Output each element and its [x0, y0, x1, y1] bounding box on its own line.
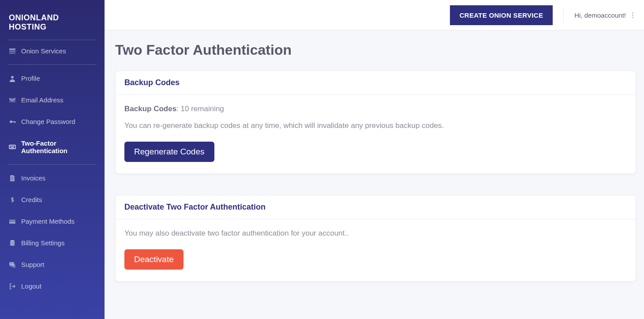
divider [8, 64, 97, 65]
sidebar-item-two-factor[interactable]: Two-Factor Authentication [0, 132, 105, 161]
sidebar-item-support[interactable]: Support [0, 254, 105, 275]
page-title: Two Factor Authentication [115, 42, 636, 58]
user-icon [9, 75, 16, 82]
sidebar-item-label: Email Address [21, 96, 64, 104]
dollar-icon [9, 196, 16, 203]
sidebar-item-credits[interactable]: Credits [0, 189, 105, 210]
deactivate-help: You may also deactivate two factor authe… [124, 229, 627, 238]
sidebar-item-label: Invoices [21, 174, 45, 182]
card-title: Backup Codes [124, 78, 627, 87]
backup-codes-help: You can re-generate backup codes at any … [124, 121, 627, 130]
backup-codes-card: Backup Codes Backup Codes: 10 remaining … [115, 71, 636, 174]
svg-rect-14 [11, 179, 14, 179]
sidebar-item-profile[interactable]: Profile [0, 68, 105, 89]
svg-rect-9 [11, 146, 12, 147]
content-area: Two Factor Authentication Backup Codes B… [105, 30, 644, 316]
regenerate-codes-button[interactable]: Regenerate Codes [124, 142, 214, 162]
keyboard-icon [9, 143, 16, 150]
svg-rect-0 [9, 49, 15, 50]
sidebar-item-onion-services[interactable]: Onion Services [0, 40, 105, 62]
sidebar-item-label: Billing Settings [21, 239, 64, 247]
main-region: CREATE ONION SERVICE Hi, demoaccount! Tw… [105, 0, 644, 319]
svg-rect-11 [14, 146, 15, 147]
svg-rect-7 [9, 145, 15, 149]
sidebar-item-invoices[interactable]: Invoices [0, 167, 105, 189]
sidebar-item-label: Credits [21, 196, 42, 203]
sidebar-item-label: Payment Methods [21, 218, 75, 225]
email-icon [9, 97, 16, 104]
backup-codes-count: : 10 remaining [176, 105, 224, 113]
sidebar-item-label: Logout [21, 282, 41, 290]
layers-icon [9, 48, 16, 55]
svg-rect-15 [9, 220, 15, 224]
sidebar-item-label: Two-Factor Authentication [21, 139, 96, 154]
sidebar-item-billing-settings[interactable]: Billing Settings [0, 232, 105, 254]
svg-rect-17 [10, 240, 15, 246]
topbar: CREATE ONION SERVICE Hi, demoaccount! [105, 0, 644, 30]
sidebar-nav: Onion Services Profile Email Address [0, 40, 105, 297]
divider [8, 164, 97, 165]
deactivate-2fa-card: Deactivate Two Factor Authentication You… [115, 195, 636, 281]
svg-rect-2 [9, 53, 15, 54]
app-root: ONIONLAND HOSTING Onion Services Profile [0, 0, 644, 319]
user-menu[interactable]: Hi, demoaccount! [563, 8, 635, 23]
card-header: Deactivate Two Factor Authentication [116, 195, 636, 219]
brand-title[interactable]: ONIONLAND HOSTING [0, 9, 105, 40]
card-title: Deactivate Two Factor Authentication [124, 203, 627, 212]
logout-icon [9, 283, 16, 290]
svg-rect-13 [11, 177, 14, 178]
sidebar: ONIONLAND HOSTING Onion Services Profile [0, 0, 105, 319]
svg-rect-6 [15, 121, 15, 123]
card-body: You may also deactivate two factor authe… [116, 219, 636, 281]
svg-rect-16 [9, 221, 15, 221]
sidebar-item-logout[interactable]: Logout [0, 275, 105, 297]
backup-codes-label: Backup Codes [124, 105, 176, 113]
sidebar-item-label: Profile [21, 75, 40, 82]
chat-icon [9, 261, 16, 268]
svg-rect-10 [12, 146, 13, 147]
card-icon [9, 218, 16, 225]
card-header: Backup Codes [116, 71, 636, 95]
svg-point-3 [11, 76, 14, 79]
sidebar-item-email[interactable]: Email Address [0, 89, 105, 111]
sidebar-item-label: Onion Services [21, 47, 66, 55]
sidebar-item-label: Support [21, 261, 45, 268]
deactivate-button[interactable]: Deactivate [124, 249, 183, 270]
invoice-icon [9, 175, 16, 182]
sidebar-item-change-password[interactable]: Change Password [0, 111, 105, 132]
svg-rect-12 [11, 147, 14, 148]
greeting-text: Hi, demoaccount! [574, 11, 626, 19]
create-onion-service-button[interactable]: CREATE ONION SERVICE [450, 5, 553, 25]
sidebar-item-payment-methods[interactable]: Payment Methods [0, 210, 105, 232]
backup-codes-remaining: Backup Codes: 10 remaining [124, 105, 627, 113]
svg-rect-18 [11, 240, 14, 241]
key-icon [9, 118, 16, 125]
card-body: Backup Codes: 10 remaining You can re-ge… [116, 95, 636, 173]
clipboard-icon [9, 240, 16, 247]
svg-rect-1 [9, 50, 15, 52]
kebab-menu-icon[interactable] [630, 11, 635, 20]
sidebar-item-label: Change Password [21, 118, 75, 125]
svg-rect-8 [10, 146, 11, 147]
